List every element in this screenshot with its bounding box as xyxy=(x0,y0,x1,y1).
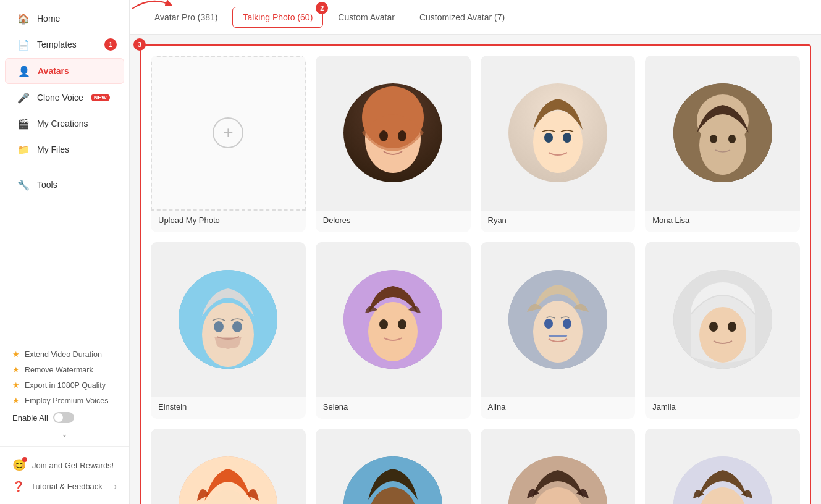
sidebar-item-my-creations[interactable]: 🎬 My Creations xyxy=(5,111,124,136)
avatar-card-woman[interactable] xyxy=(481,429,636,505)
sidebar-item-tools[interactable]: 🔧 Tools xyxy=(5,172,124,197)
svg-point-29 xyxy=(709,322,718,332)
delores-img-wrapper xyxy=(316,56,471,211)
redgirl-img-wrapper xyxy=(151,429,306,505)
svg-point-2 xyxy=(379,130,388,141)
mona-face xyxy=(673,83,772,182)
avatar-card-ryan[interactable]: Ryan xyxy=(481,56,636,232)
upload-placeholder: + xyxy=(151,56,306,211)
upload-avatar-name: Upload My Photo xyxy=(151,211,306,232)
my-files-icon: 📁 xyxy=(17,143,30,156)
svg-point-14 xyxy=(214,321,224,332)
einstein-img-wrapper xyxy=(151,242,306,397)
svg-point-23 xyxy=(563,319,571,329)
extend-video-item[interactable]: ★ Extend Video Duration xyxy=(10,346,119,362)
ryan-face xyxy=(508,83,607,182)
mona-lisa-name: Mona Lisa xyxy=(645,211,800,232)
tab-custom-avatar[interactable]: Custom Avatar xyxy=(328,7,405,27)
avatar-card-alina[interactable]: Alina xyxy=(481,242,636,419)
alina-circle xyxy=(508,270,607,369)
tab-avatar-pro[interactable]: Avatar Pro (381) xyxy=(145,7,227,27)
avatar-grid: + Upload My Photo xyxy=(140,44,811,504)
tutorial-icon: ❓ xyxy=(12,481,25,492)
upload-avatar-card[interactable]: + Upload My Photo xyxy=(151,56,306,232)
svg-point-15 xyxy=(232,321,242,332)
premium-section: ★ Extend Video Duration ★ Remove Waterma… xyxy=(0,342,129,446)
new-badge: NEW xyxy=(91,94,110,101)
avatar-card-redgirl[interactable] xyxy=(151,429,306,505)
sidebar-item-my-creations-label: My Creations xyxy=(37,119,88,128)
sidebar-item-my-files[interactable]: 📁 My Files xyxy=(5,137,124,162)
step-badge-3: 3 xyxy=(133,38,146,51)
svg-point-10 xyxy=(710,135,717,143)
star-icon-4: ★ xyxy=(12,396,20,405)
ryan-name: Ryan xyxy=(481,211,636,232)
svg-point-22 xyxy=(544,319,553,329)
grid-area: 3 + Upload My Photo xyxy=(130,35,821,504)
delores-face xyxy=(343,83,442,182)
svg-point-4 xyxy=(533,111,583,173)
enable-all-row: Enable All xyxy=(10,408,119,427)
jamila-face xyxy=(673,270,772,369)
main-content: Avatar Pro (381) Talking Photo (60) 2 xyxy=(130,0,821,504)
woman-face xyxy=(508,456,607,504)
sidebar-item-home-label: Home xyxy=(37,14,60,23)
star-icon-3: ★ xyxy=(12,380,20,390)
avatar-card-mona-lisa[interactable]: Mona Lisa xyxy=(645,56,800,232)
selena-name: Selena xyxy=(316,397,471,419)
svg-point-30 xyxy=(728,322,736,332)
chevron-down[interactable]: ⌄ xyxy=(10,427,119,441)
tab-talking-photo[interactable]: Talking Photo (60) xyxy=(232,7,323,28)
premium-voices-label: Employ Premium Voices xyxy=(25,397,108,405)
sidebar-item-templates-label: Templates xyxy=(37,40,77,49)
doctor-face xyxy=(673,456,772,504)
step-badge-2: 2 xyxy=(316,2,328,14)
tutorial-item[interactable]: ❓ Tutorial & Feedback › xyxy=(10,476,119,497)
svg-point-11 xyxy=(728,135,736,143)
tutorial-arrow: › xyxy=(114,482,117,491)
selena-face xyxy=(343,270,442,369)
ryan-circle xyxy=(508,83,607,182)
redgirl-face xyxy=(179,456,277,504)
sidebar-item-home[interactable]: 🏠 Home xyxy=(5,6,124,31)
tab-customized-avatar[interactable]: Customized Avatar (7) xyxy=(410,7,515,27)
avatar-card-jamila[interactable]: Jamila xyxy=(645,242,800,419)
svg-point-5 xyxy=(544,133,553,143)
export-1080p-label: Export in 1080P Quality xyxy=(25,381,106,390)
export-1080p-item[interactable]: ★ Export in 1080P Quality xyxy=(10,377,119,393)
join-rewards-item[interactable]: 😊 Join and Get Rewards! xyxy=(10,454,119,476)
plus-icon: + xyxy=(213,117,243,148)
ryan-img-wrapper xyxy=(481,56,636,211)
sidebar-item-tools-label: Tools xyxy=(37,180,57,190)
sidebar-item-templates[interactable]: 📄 Templates 1 xyxy=(5,32,124,57)
svg-rect-24 xyxy=(549,335,567,337)
mona-circle xyxy=(673,83,772,182)
avatar-card-blackboy[interactable] xyxy=(316,429,471,505)
tutorial-label: Tutorial & Feedback xyxy=(31,482,103,491)
avatar-card-einstein[interactable]: Einstein xyxy=(151,242,306,419)
premium-voices-item[interactable]: ★ Employ Premium Voices xyxy=(10,393,119,408)
templates-icon: 📄 xyxy=(17,38,30,51)
avatar-card-doctor[interactable] xyxy=(645,429,800,505)
selena-circle xyxy=(343,270,442,369)
home-icon: 🏠 xyxy=(17,12,30,25)
sidebar-item-my-files-label: My Files xyxy=(37,145,69,154)
remove-watermark-item[interactable]: ★ Remove Watermark xyxy=(10,362,119,377)
sidebar-item-avatars[interactable]: 👤 Avatars xyxy=(5,58,124,84)
sidebar-item-clone-voice[interactable]: 🎤 Clone Voice NEW xyxy=(5,85,124,110)
jamila-name: Jamila xyxy=(645,397,800,419)
star-icon-2: ★ xyxy=(12,365,20,374)
avatar-card-selena[interactable]: Selena xyxy=(316,242,471,419)
svg-point-28 xyxy=(699,307,746,363)
avatars-icon: 👤 xyxy=(18,65,30,77)
blackboy-circle xyxy=(343,456,442,504)
sidebar: 🏠 Home 📄 Templates 1 👤 Avatars 🎤 Clone V… xyxy=(0,0,130,504)
einstein-face xyxy=(179,270,277,369)
blackboy-img-wrapper xyxy=(316,429,471,505)
svg-point-17 xyxy=(368,302,418,361)
avatar-card-delores[interactable]: Delores xyxy=(316,56,471,232)
mona-img-wrapper xyxy=(645,56,800,211)
doctor-img-wrapper xyxy=(645,429,800,505)
enable-all-toggle[interactable] xyxy=(53,412,74,423)
redgirl-circle xyxy=(179,456,277,504)
